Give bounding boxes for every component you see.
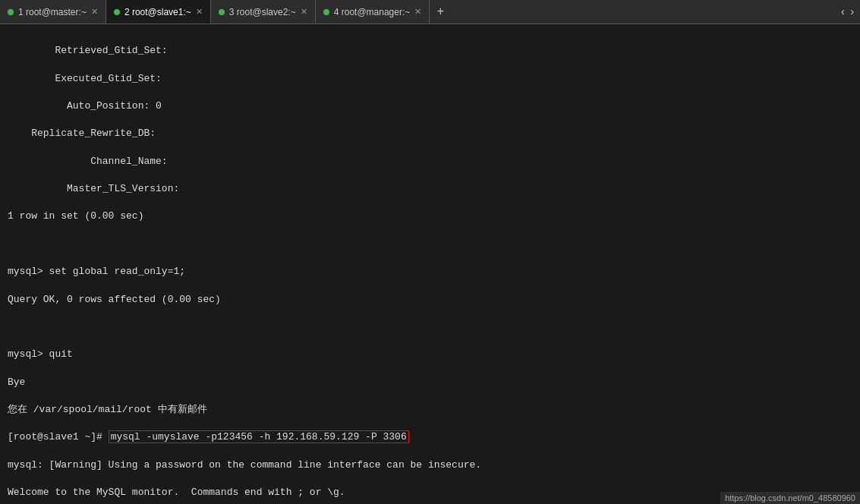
tab-3-dot bbox=[219, 9, 225, 15]
terminal-line-10: Query OK, 0 rows affected (0.00 sec) bbox=[8, 293, 852, 307]
tab-4-label: 4 root@manager:~ bbox=[334, 7, 411, 17]
tab-1[interactable]: 1 root@master:~ ✕ bbox=[0, 0, 106, 24]
terminal-output[interactable]: Retrieved_Gtid_Set: Executed_Gtid_Set: A… bbox=[0, 24, 860, 504]
terminal-line-9: mysql> set global read_only=1; bbox=[8, 265, 852, 279]
terminal-line-2: Executed_Gtid_Set: bbox=[8, 72, 852, 86]
terminal-line-15: [root@slave1 ~]# mysql -umyslave -p12345… bbox=[8, 430, 852, 444]
terminal-line-6: Master_TLS_Version: bbox=[8, 182, 852, 196]
tab-3[interactable]: 3 root@slave2:~ ✕ bbox=[211, 0, 316, 24]
terminal-line-4: Replicate_Rewrite_DB: bbox=[8, 127, 852, 140]
tab-1-label: 1 root@master:~ bbox=[18, 7, 87, 17]
tab-4-dot bbox=[323, 9, 329, 15]
tab-4[interactable]: 4 root@manager:~ ✕ bbox=[316, 0, 430, 24]
terminal-line-16: mysql: [Warning] Using a password on the… bbox=[8, 458, 852, 472]
url-bar: https://blog.csdn.net/m0_48580960 bbox=[720, 492, 860, 504]
terminal-line-12: mysql> quit bbox=[8, 348, 852, 361]
tab-nav-left[interactable]: ‹ bbox=[840, 6, 846, 18]
terminal-line-11 bbox=[8, 320, 852, 334]
tab-1-close[interactable]: ✕ bbox=[91, 7, 98, 17]
tab-1-dot bbox=[8, 9, 14, 15]
tab-2-close[interactable]: ✕ bbox=[196, 7, 203, 17]
terminal-line-14: 您在 /var/spool/mail/root 中有新邮件 bbox=[8, 403, 852, 417]
terminal-line-5: Channel_Name: bbox=[8, 155, 852, 169]
url-text: https://blog.csdn.net/m0_48580960 bbox=[725, 493, 855, 502]
terminal-line-8 bbox=[8, 238, 852, 251]
tab-2-label: 2 root@slave1:~ bbox=[124, 7, 191, 17]
terminal-line-7: 1 row in set (0.00 sec) bbox=[8, 209, 852, 223]
tab-nav-buttons: ‹ › bbox=[840, 6, 860, 18]
terminal-line-1: Retrieved_Gtid_Set: bbox=[8, 44, 852, 58]
add-tab-button[interactable]: + bbox=[430, 0, 451, 24]
tab-2[interactable]: 2 root@slave1:~ ✕ bbox=[106, 0, 211, 24]
tab-3-label: 3 root@slave2:~ bbox=[229, 7, 296, 17]
tab-bar: 1 root@master:~ ✕ 2 root@slave1:~ ✕ 3 ro… bbox=[0, 0, 860, 24]
tab-nav-right[interactable]: › bbox=[849, 6, 855, 18]
tab-2-dot bbox=[114, 9, 120, 15]
tab-4-close[interactable]: ✕ bbox=[414, 7, 421, 17]
terminal-line-13: Bye bbox=[8, 376, 852, 389]
tab-3-close[interactable]: ✕ bbox=[301, 7, 307, 17]
terminal-line-3: Auto_Position: 0 bbox=[8, 99, 852, 113]
